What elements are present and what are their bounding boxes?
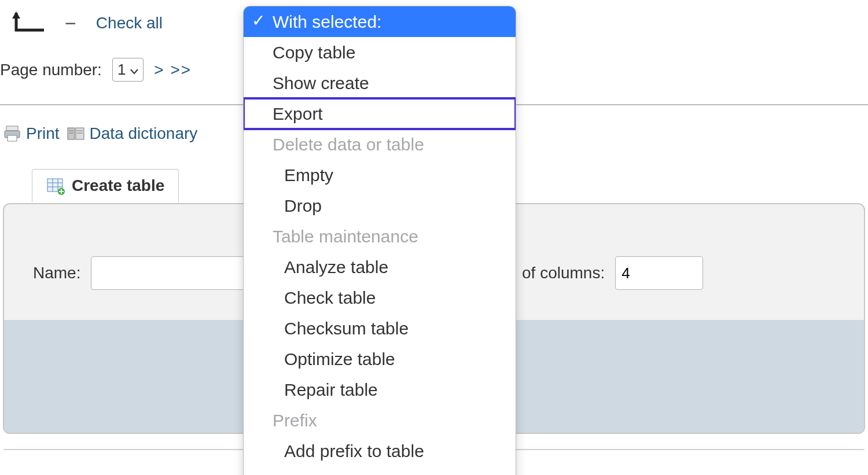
menu-drop[interactable]: Drop <box>244 190 516 221</box>
menu-group-prefix: Prefix <box>244 405 516 436</box>
data-dictionary-label: Data dictionary <box>90 124 198 143</box>
menu-optimize[interactable]: Optimize table <box>244 344 516 374</box>
columns-input[interactable] <box>615 256 703 290</box>
printer-icon <box>3 124 21 143</box>
menu-check[interactable]: Check table <box>244 282 516 313</box>
create-table-label: Create table <box>72 176 164 195</box>
table-name-input[interactable] <box>91 256 254 290</box>
with-selected-menu: ✓ With selected: Copy table Show create … <box>243 6 516 475</box>
menu-replace-prefix[interactable]: Replace table prefix <box>244 466 516 475</box>
print-link[interactable]: Print <box>3 124 60 143</box>
menu-analyze[interactable]: Analyze table <box>244 252 516 282</box>
check-icon: ✓ <box>252 9 265 33</box>
minus-icon[interactable]: − <box>62 13 79 33</box>
svg-rect-4 <box>76 128 84 139</box>
menu-empty[interactable]: Empty <box>244 160 516 190</box>
menu-repair[interactable]: Repair table <box>244 374 516 405</box>
page-number-label: Page number: <box>0 61 102 79</box>
columns-label: of columns: <box>522 264 605 282</box>
menu-header-with-selected[interactable]: ✓ With selected: <box>244 6 516 37</box>
menu-copy-table[interactable]: Copy table <box>244 37 516 68</box>
svg-rect-3 <box>68 128 75 139</box>
print-label: Print <box>26 124 60 143</box>
page-next-link[interactable]: > >> <box>154 61 192 79</box>
menu-add-prefix[interactable]: Add prefix to table <box>244 436 516 466</box>
table-new-icon <box>46 176 65 195</box>
page-number-value: 1 <box>117 61 126 79</box>
menu-export[interactable]: Export <box>244 98 516 129</box>
menu-checksum[interactable]: Checksum table <box>244 313 516 344</box>
name-label: Name: <box>33 264 80 282</box>
select-up-arrow-icon[interactable] <box>10 12 45 35</box>
svg-rect-2 <box>8 135 17 141</box>
chevron-down-icon <box>130 61 138 79</box>
page-number-select[interactable]: 1 <box>112 58 144 82</box>
menu-show-create[interactable]: Show create <box>244 68 516 98</box>
create-table-tab[interactable]: Create table <box>32 169 179 202</box>
data-dictionary-link[interactable]: Data dictionary <box>67 124 198 143</box>
check-all-link[interactable]: Check all <box>96 14 163 32</box>
datadict-icon <box>67 124 85 143</box>
menu-group-maintenance: Table maintenance <box>244 221 516 252</box>
svg-rect-0 <box>6 126 18 131</box>
menu-group-delete: Delete data or table <box>244 129 516 160</box>
